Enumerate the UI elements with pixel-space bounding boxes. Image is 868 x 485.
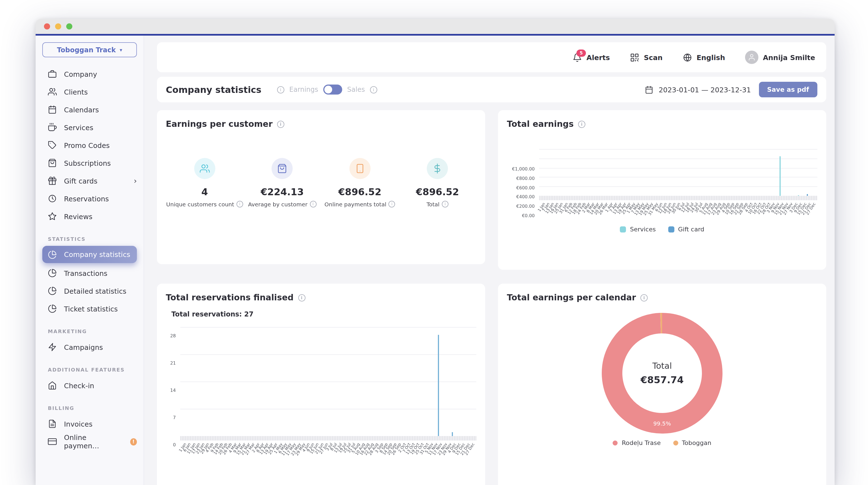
section-header-statistics: STATISTICS	[48, 236, 144, 242]
sidebar-item-label: Company	[64, 70, 97, 78]
info-icon[interactable]	[298, 294, 305, 301]
sidebar-item-reviews[interactable]: Reviews	[36, 207, 144, 225]
sidebar-item-reservations[interactable]: Reservations	[36, 190, 144, 207]
sidebar-item-ticket-statistics[interactable]: Ticket statistics	[36, 300, 144, 318]
donut-slice-rode-u-trase	[612, 323, 712, 423]
info-icon[interactable]	[277, 86, 284, 93]
zap-icon	[48, 343, 57, 352]
bar-gift-card-21-dec	[807, 194, 808, 196]
gridline	[180, 409, 476, 409]
y-axis-tick-label: 28	[170, 333, 176, 338]
legend-item-gift-card[interactable]: Gift card	[668, 226, 704, 233]
sidebar-item-label: Reservations	[64, 194, 109, 203]
sidebar-item-detailed-statistics[interactable]: Detailed statistics	[36, 282, 144, 300]
total-reservations-card: Total reservations finalised Total reser…	[157, 284, 485, 485]
info-icon[interactable]	[442, 201, 448, 207]
user-menu[interactable]: Annija Smilte	[745, 51, 815, 64]
sidebar-item-invoices[interactable]: Invoices	[36, 415, 144, 433]
tag-icon	[48, 141, 57, 150]
main-content: 5 Alerts Scan English Annija Smilt	[144, 36, 835, 485]
info-icon[interactable]	[578, 121, 585, 128]
close-window-button[interactable]	[44, 23, 50, 30]
info-icon[interactable]	[277, 121, 284, 128]
y-axis-tick-label: 0	[173, 443, 176, 448]
language-button[interactable]: English	[683, 53, 725, 62]
date-range-picker[interactable]: 2023-01-01 — 2023-12-31	[645, 85, 751, 94]
sidebar-item-label: Reviews	[64, 212, 92, 221]
y-axis-tick-label: 14	[170, 388, 176, 393]
sidebar-item-label: Invoices	[64, 420, 92, 428]
zoom-window-button[interactable]	[66, 23, 72, 30]
y-axis-tick-label: €0.00	[522, 213, 535, 218]
legend-swatch	[668, 226, 674, 232]
earnings-toggle-label: Earnings	[289, 86, 318, 93]
pie-chart-icon	[48, 269, 57, 278]
company-selector[interactable]: Toboggan Track ▾	[42, 42, 137, 57]
gridline	[539, 168, 817, 168]
minimize-window-button[interactable]	[55, 23, 61, 30]
stat-total: €896.52Total	[399, 158, 476, 207]
scan-button[interactable]: Scan	[630, 53, 663, 62]
chevron-right-icon: ›	[134, 177, 137, 185]
donut-slice-percent-label: 99.5%	[653, 420, 671, 427]
sidebar-item-calendars[interactable]: Calendars	[36, 101, 144, 119]
x-axis-labels: 1 Jan7 Jan13 Jan19 Jan25 Jan31 Jan6 Feb1…	[539, 200, 817, 221]
pie-chart-icon	[48, 286, 57, 295]
sidebar-item-label: Clients	[64, 88, 88, 96]
sidebar-item-company[interactable]: Company	[36, 65, 144, 83]
earnings-per-calendar-card: Total earnings per calendar Total€857.74…	[498, 284, 826, 485]
smartphone-icon	[349, 158, 371, 179]
sidebar-item-online-paymen[interactable]: Online paymen…!	[36, 433, 144, 451]
legend-swatch	[620, 226, 626, 232]
earnings-sales-toggle[interactable]	[323, 85, 342, 95]
gridline	[539, 186, 817, 187]
shopping-bag-icon	[272, 158, 293, 179]
sidebar-item-company-statistics[interactable]: Company statistics	[42, 246, 137, 263]
info-icon[interactable]	[389, 201, 395, 207]
chevron-down-icon: ▾	[120, 47, 122, 53]
briefcase-icon	[48, 69, 57, 78]
sidebar-item-label: Check-in	[64, 381, 94, 390]
sidebar-item-subscriptions[interactable]: Subscriptions	[36, 154, 144, 172]
language-label: English	[696, 53, 725, 61]
legend-item-services[interactable]: Services	[620, 226, 656, 233]
sidebar-item-campaigns[interactable]: Campaigns	[36, 338, 144, 356]
save-as-pdf-button[interactable]: Save as pdf	[759, 82, 817, 97]
legend-item-rode-u-trase[interactable]: Rodeļu Trase	[613, 440, 661, 447]
bar-reservations-4-dec	[452, 432, 453, 436]
sales-toggle-label: Sales	[347, 86, 365, 93]
company-selector-label: Toboggan Track	[57, 46, 116, 54]
sidebar-item-label: Detailed statistics	[64, 287, 126, 295]
sidebar-item-label: Services	[64, 123, 93, 132]
y-axis-tick-label: €400.00	[516, 195, 535, 200]
info-icon[interactable]	[641, 294, 648, 301]
legend-item-toboggan[interactable]: Toboggan	[673, 440, 711, 447]
user-name: Annija Smilte	[763, 53, 815, 61]
sidebar-item-gift-cards[interactable]: Gift cards›	[36, 172, 144, 190]
total-earnings-card: Total earnings €0.00€200.00€400.00€600.0…	[498, 110, 826, 270]
statistics-toolbar: Company statistics Earnings Sales 2023-0…	[157, 77, 826, 102]
sidebar-item-promo-codes[interactable]: Promo Codes	[36, 136, 144, 154]
alerts-button[interactable]: 5 Alerts	[572, 53, 610, 62]
plot-area	[539, 149, 817, 196]
stat-value: €224.13	[261, 186, 304, 197]
sidebar-item-check-in[interactable]: Check-in	[36, 377, 144, 394]
app-window: Toboggan Track ▾ CompanyClientsCalendars…	[36, 19, 835, 485]
sidebar-item-services[interactable]: Services	[36, 119, 144, 136]
info-icon[interactable]	[370, 86, 377, 93]
coffee-icon	[48, 123, 57, 132]
total-reservations-count: Total reservations: 27	[166, 310, 476, 318]
sidebar-item-label: Ticket statistics	[64, 304, 118, 313]
info-icon[interactable]	[237, 201, 243, 207]
stat-label: Unique customers count	[166, 201, 243, 207]
calendar-icon	[645, 85, 653, 94]
gridline	[539, 149, 817, 150]
info-icon[interactable]	[310, 201, 316, 207]
sidebar: Toboggan Track ▾ CompanyClientsCalendars…	[36, 36, 144, 485]
gridline	[180, 327, 476, 328]
sidebar-item-transactions[interactable]: Transactions	[36, 264, 144, 282]
avatar	[745, 51, 758, 64]
sidebar-item-clients[interactable]: Clients	[36, 83, 144, 101]
card-title: Total reservations finalised	[166, 293, 293, 302]
qr-code-icon	[630, 53, 639, 62]
